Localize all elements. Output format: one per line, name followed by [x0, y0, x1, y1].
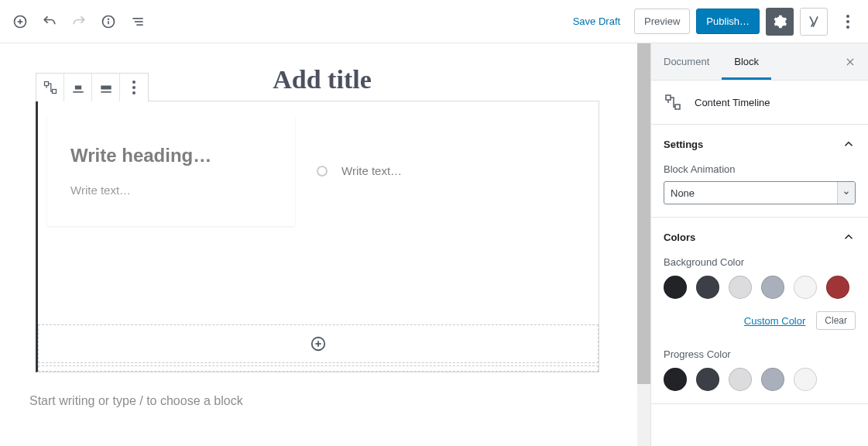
svg-rect-20 — [666, 95, 671, 100]
close-sidebar-button[interactable] — [839, 50, 862, 74]
panel-settings-toggle[interactable]: Settings — [651, 125, 868, 163]
align-center-icon — [70, 80, 86, 95]
gear-icon — [772, 14, 787, 29]
svg-rect-21 — [675, 105, 680, 109]
settings-sidebar: Document Block Content Timeline Settings… — [650, 43, 868, 446]
align-wide-icon — [98, 80, 114, 95]
block-identity: Content Timeline — [651, 81, 868, 125]
color-swatch[interactable] — [761, 276, 784, 299]
post-title-placeholder: Add title — [273, 65, 372, 94]
color-swatch[interactable] — [696, 276, 719, 299]
progress-color-label: Progress Color — [664, 348, 856, 360]
color-swatch[interactable] — [729, 368, 752, 391]
add-inner-block-button[interactable] — [309, 334, 328, 353]
block-animation-label: Block Animation — [664, 163, 856, 175]
color-swatch[interactable] — [664, 276, 687, 299]
block-name-label: Content Timeline — [695, 97, 770, 108]
add-block-button[interactable] — [6, 8, 34, 36]
undo-icon — [42, 14, 57, 29]
panel-colors-toggle[interactable]: Colors — [651, 218, 868, 256]
panel-settings: Settings Block Animation None — [651, 125, 868, 218]
color-swatch[interactable] — [761, 368, 784, 391]
svg-rect-9 — [44, 82, 48, 86]
timeline-card: Write heading… Write text… — [47, 115, 295, 226]
timeline-icon — [43, 80, 58, 95]
outline-button[interactable] — [124, 8, 152, 36]
settings-toggle-button[interactable] — [766, 8, 794, 36]
block-toolbar — [36, 73, 149, 101]
preview-button[interactable]: Preview — [634, 9, 690, 34]
editor-scrollbar[interactable] — [637, 43, 650, 446]
redo-button[interactable] — [65, 8, 93, 36]
info-button[interactable] — [94, 8, 122, 36]
timeline-icon — [664, 93, 682, 112]
svg-rect-13 — [101, 86, 111, 90]
sidebar-tabs: Document Block — [651, 43, 868, 81]
yoast-icon — [806, 14, 822, 29]
timeline-text-input[interactable]: Write text… — [70, 184, 272, 197]
color-swatch[interactable] — [729, 276, 752, 299]
chevron-up-icon — [842, 230, 856, 244]
redo-icon — [71, 14, 87, 29]
tab-block[interactable]: Block — [722, 44, 771, 79]
close-icon — [845, 57, 856, 67]
color-swatch[interactable] — [826, 276, 849, 299]
svg-rect-12 — [73, 91, 83, 93]
timeline-marker-icon — [317, 166, 328, 177]
panel-title: Settings — [664, 139, 703, 150]
toolbar-left-group — [6, 8, 152, 36]
chevron-up-icon — [842, 137, 856, 151]
timeline-heading-input[interactable]: Write heading… — [70, 145, 272, 166]
color-swatch[interactable] — [696, 368, 719, 391]
panel-title: Colors — [664, 232, 695, 243]
color-swatch[interactable] — [664, 368, 687, 391]
editor-canvas: Add title — [0, 43, 650, 446]
main-area: Add title — [0, 43, 868, 446]
tab-document[interactable]: Document — [651, 44, 722, 79]
yoast-button[interactable] — [800, 8, 828, 36]
list-icon — [130, 14, 146, 29]
editor-top-toolbar: Save Draft Preview Publish… — [0, 0, 868, 43]
block-appender-spacer — [38, 365, 599, 372]
block-animation-select[interactable]: None — [664, 181, 856, 204]
svg-rect-14 — [101, 91, 111, 93]
ellipsis-vertical-icon — [132, 81, 136, 94]
timeline-side-text-input[interactable]: Write text… — [341, 164, 402, 177]
background-swatches — [664, 276, 856, 299]
more-options-button[interactable] — [834, 8, 862, 36]
panel-colors: Colors Background Color Custom Color Cle… — [651, 218, 868, 404]
timeline-body: Write heading… Write text… Write text… — [38, 101, 599, 318]
block-type-button[interactable] — [36, 74, 64, 101]
save-draft-link[interactable]: Save Draft — [565, 11, 628, 32]
timeline-item[interactable]: Write heading… Write text… Write text… — [47, 115, 589, 226]
plus-circle-icon — [12, 14, 28, 29]
toolbar-right-group: Save Draft Preview Publish… — [565, 8, 862, 36]
info-icon — [101, 14, 116, 29]
color-swatch[interactable] — [794, 368, 817, 391]
svg-point-5 — [108, 19, 109, 19]
background-color-label: Background Color — [664, 256, 856, 268]
svg-rect-10 — [52, 90, 56, 94]
align-center-button[interactable] — [64, 74, 92, 101]
block-appender[interactable] — [38, 324, 599, 363]
default-block-appender[interactable]: Start writing or type / to choose a bloc… — [8, 372, 636, 408]
plus-circle-icon — [310, 335, 327, 352]
svg-rect-11 — [74, 86, 81, 90]
scrollbar-thumb[interactable] — [637, 43, 650, 384]
ellipsis-vertical-icon — [846, 15, 849, 29]
custom-color-link[interactable]: Custom Color — [744, 315, 805, 327]
align-wide-button[interactable] — [92, 74, 120, 101]
undo-button[interactable] — [36, 8, 63, 36]
publish-button[interactable]: Publish… — [696, 9, 760, 34]
content-timeline-block[interactable]: Write heading… Write text… Write text… — [36, 101, 599, 372]
clear-color-button[interactable]: Clear — [816, 311, 856, 330]
color-swatch[interactable] — [794, 276, 817, 299]
progress-swatches — [664, 368, 856, 391]
block-more-button[interactable] — [120, 74, 148, 101]
